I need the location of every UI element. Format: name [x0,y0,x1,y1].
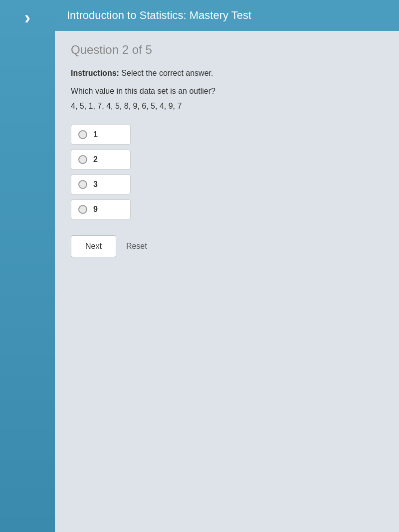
radio-1[interactable] [78,130,87,139]
radio-3[interactable] [78,180,87,189]
next-button[interactable]: Next [71,235,116,257]
option-1-label: 1 [93,130,98,139]
option-9[interactable]: 9 [71,199,131,219]
main-content: Introduction to Statistics: Mastery Test… [55,0,399,532]
options-container: 1 2 3 9 [71,125,383,219]
data-set: 4, 5, 1, 7, 4, 5, 8, 9, 6, 5, 4, 9, 7 [71,102,383,111]
option-1[interactable]: 1 [71,125,131,145]
instructions-text: Select the correct answer. [119,69,213,77]
instructions-block: Instructions: Select the correct answer. [71,69,383,78]
content-area: Question 2 of 5 Instructions: Select the… [55,31,399,532]
chevron-right-icon: › [24,7,30,28]
radio-9[interactable] [78,205,87,214]
buttons-row: Next Reset [71,235,383,257]
reset-button[interactable]: Reset [122,236,151,257]
option-2-label: 2 [93,155,98,164]
page-header: Introduction to Statistics: Mastery Test [55,0,399,31]
option-3-label: 3 [93,180,98,189]
instructions-label: Instructions: [71,69,119,77]
question-text: Which value in this data set is an outli… [71,87,383,96]
option-9-label: 9 [93,205,98,214]
question-number: Question 2 of 5 [71,43,383,57]
left-panel: › [0,0,55,532]
page-title: Introduction to Statistics: Mastery Test [67,9,387,22]
option-3[interactable]: 3 [71,175,131,194]
option-2[interactable]: 2 [71,150,131,170]
radio-2[interactable] [78,155,87,164]
